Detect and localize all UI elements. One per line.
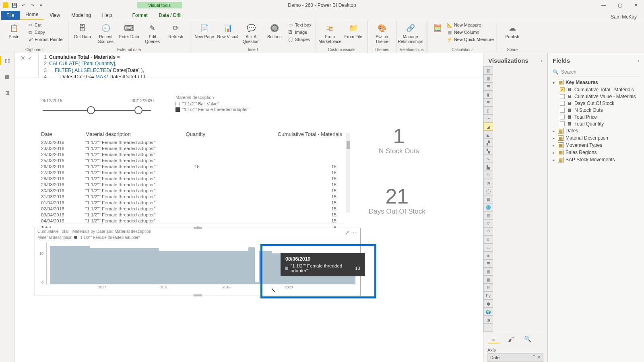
table-row[interactable]: 28/03/2016"1 1/2"" Female threaded adupt…: [39, 175, 345, 181]
viz-area[interactable]: ◢: [483, 123, 493, 131]
home-tab[interactable]: Home: [20, 10, 44, 20]
viz-100-column[interactable]: ▯: [483, 107, 493, 115]
focus-mode-icon[interactable]: ⤢: [345, 230, 349, 236]
date-slicer[interactable]: 28/12/201530/12/2020: [39, 98, 155, 115]
col-qty[interactable]: Quantity: [171, 130, 208, 139]
viz-arcgis[interactable]: ⬢: [483, 300, 493, 308]
viz-line-column[interactable]: ▞: [483, 139, 493, 147]
viz-scatter[interactable]: ⠿: [483, 171, 493, 179]
table-row[interactable]: 22/03/2016"1 1/2"" Female threaded adupt…: [39, 139, 345, 146]
cut-button[interactable]: ✂Cut: [27, 22, 65, 28]
copy-button[interactable]: ⧉Copy: [27, 29, 65, 35]
table-row[interactable]: 25/03/2016"1 1/2"" Female threaded adupt…: [39, 157, 345, 163]
report-canvas[interactable]: 28/12/201530/12/2020 Material descriptio…: [14, 78, 547, 362]
image-button[interactable]: 🖼Image: [287, 29, 312, 35]
model-view-icon[interactable]: ⊞: [3, 88, 12, 97]
viz-globe[interactable]: 🌍: [483, 308, 493, 316]
viz-waterfall[interactable]: ▙: [483, 163, 493, 171]
field-measure[interactable]: 🖩Total Quantity: [560, 120, 642, 127]
table-row[interactable]: 23/03/2016"1 1/2"" Female threaded adupt…: [39, 145, 345, 151]
legend-item-1[interactable]: "1 1/2"" Ball Valve": [182, 101, 219, 106]
viz-gauge[interactable]: ◠: [483, 227, 493, 235]
table-row[interactable]: 31/03/2016"1 1/2"" Female threaded adupt…: [39, 193, 345, 200]
view-tab[interactable]: View: [44, 11, 66, 20]
table-row[interactable]: 01/04/2016"1 1/2"" Female threaded adupt…: [39, 200, 345, 206]
area-chart-visual[interactable]: Cumulative Total - Materials by Date and…: [35, 228, 361, 296]
viz-table[interactable]: ▤: [483, 267, 493, 276]
viz-funnel[interactable]: ▽: [483, 219, 493, 227]
col-desc[interactable]: Material description: [83, 130, 171, 139]
analytics-tab-icon[interactable]: 🔍: [522, 335, 533, 343]
table-row[interactable]: 24/03/2016"1 1/2"" Female threaded adupt…: [39, 151, 345, 157]
viz-stacked-area[interactable]: ◣: [483, 131, 493, 139]
viz-filled-map[interactable]: ▧: [483, 211, 493, 219]
minimize-button[interactable]: —: [596, 0, 612, 10]
cancel-formula-icon[interactable]: ✕: [21, 55, 25, 61]
modeling-tab[interactable]: Modeling: [66, 11, 97, 20]
search-input[interactable]: [561, 69, 639, 75]
user-name[interactable]: Sam McKay: [611, 14, 637, 20]
textbox-button[interactable]: ▭Text box: [287, 22, 312, 28]
collapse-viz-icon[interactable]: ›: [541, 58, 543, 64]
checkbox-icon[interactable]: [560, 121, 565, 126]
from-marketplace-button[interactable]: 🛍From Marketplace: [319, 21, 341, 44]
get-data-button[interactable]: 🗄Get Data: [72, 21, 93, 39]
card-daysout[interactable]: 21 Days Out Of Stock: [369, 186, 425, 216]
slicer-handle-start[interactable]: [87, 106, 95, 114]
viz-card[interactable]: #: [483, 235, 493, 243]
field-measure[interactable]: 🖩Days Out Of Stock: [560, 100, 642, 107]
report-view-icon[interactable]: ▯▯: [0, 56, 14, 65]
file-tab[interactable]: File: [1, 11, 20, 20]
more-options-icon[interactable]: ⋯: [353, 230, 358, 236]
viz-ribbon[interactable]: ∿: [483, 155, 493, 163]
checkbox-checked-icon[interactable]: [175, 107, 180, 112]
from-file-button[interactable]: 📁From File: [343, 21, 364, 39]
enter-data-button[interactable]: ⌨Enter Data: [118, 21, 140, 39]
col-cum[interactable]: Cumulative Total - Materials: [208, 130, 345, 139]
viz-pie[interactable]: ◔: [483, 179, 493, 187]
expand-icon[interactable]: ▸: [551, 143, 556, 148]
viz-kpi[interactable]: ◈: [483, 251, 493, 259]
viz-clustered-bar[interactable]: ☰: [483, 82, 493, 90]
table-row[interactable]: 27/03/2016"1 1/2"" Female threaded adupt…: [39, 169, 345, 175]
save-icon[interactable]: 💾: [11, 2, 18, 8]
viz-r[interactable]: R: [483, 284, 493, 292]
checkbox-icon[interactable]: [560, 94, 565, 99]
shapes-button[interactable]: ◯Shapes: [287, 36, 312, 43]
remove-field-icon[interactable]: ✕: [537, 355, 541, 360]
table-row[interactable]: 29/03/2016"1 1/2"" Female threaded adupt…: [39, 181, 345, 187]
viz-100-bar[interactable]: ≣: [483, 99, 493, 107]
data-drill-tab[interactable]: Data / Drill: [153, 11, 187, 20]
format-tab-icon[interactable]: 🖌: [505, 335, 516, 343]
chart-handle-top[interactable]: [194, 227, 202, 229]
viz-stacked-column[interactable]: ▤: [483, 74, 493, 82]
refresh-button[interactable]: ⟳Refresh: [165, 21, 187, 39]
expand-icon[interactable]: ▸: [551, 129, 556, 133]
recent-sources-button[interactable]: 🕘Recent Sources: [95, 21, 117, 44]
new-visual-button[interactable]: 📊New Visual: [217, 21, 239, 39]
data-view-icon[interactable]: ▦: [3, 72, 12, 81]
viz-donut[interactable]: ◯: [483, 187, 493, 195]
checkbox-unchecked-icon[interactable]: [175, 102, 180, 106]
table-key-measures[interactable]: ▾ ▦ Key Measures: [550, 79, 642, 86]
manage-relationships-button[interactable]: 🔗Manage Relationships: [400, 21, 421, 44]
table-row[interactable]: 30/03/2016"1 1/2"" Female threaded adupt…: [39, 187, 345, 193]
new-page-button[interactable]: 📄New Page: [194, 21, 215, 39]
formula-editor[interactable]: 1Cumulative Total - Materials = 2CALCULA…: [39, 53, 547, 78]
viz-matrix[interactable]: ▦: [483, 276, 493, 284]
card-stockouts[interactable]: 1 N Stock Outs: [379, 125, 419, 155]
viz-slicer[interactable]: ☰: [483, 259, 493, 267]
table-row[interactable]: 02/04/2016"1 1/2"" Female threaded adupt…: [39, 206, 345, 212]
viz-shape[interactable]: ◑: [483, 316, 493, 324]
formula-bar[interactable]: ✕ ✓ 1Cumulative Total - Materials = 2CAL…: [14, 53, 547, 78]
publish-button[interactable]: ☁Publish: [502, 21, 523, 39]
table-node[interactable]: ▸▦Material Description: [550, 134, 642, 142]
fields-tab-icon[interactable]: ≡: [488, 335, 500, 343]
expand-icon[interactable]: ▸: [551, 136, 556, 140]
slicer-handle-end[interactable]: [134, 106, 142, 114]
checkbox-icon[interactable]: [560, 101, 565, 106]
chevron-down-icon[interactable]: ˅: [533, 355, 535, 360]
axis-field[interactable]: Date˅✕: [487, 353, 543, 362]
table-node[interactable]: ▸▦Sales Regions: [550, 149, 642, 156]
redo-icon[interactable]: ↷: [29, 2, 35, 8]
